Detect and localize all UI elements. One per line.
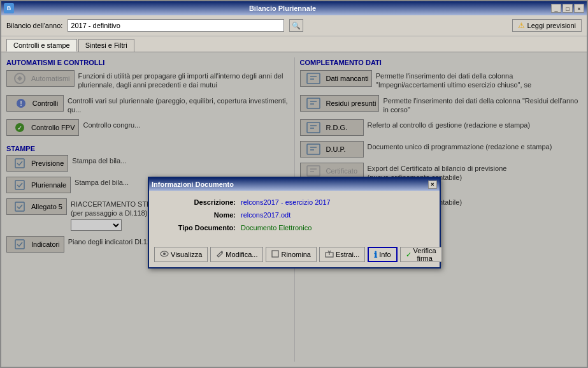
- maximize-button[interactable]: □: [563, 4, 573, 13]
- warning-icon: ⚠: [518, 21, 525, 30]
- info-button[interactable]: ℹ Info: [368, 247, 397, 262]
- app-icon: B: [4, 3, 14, 13]
- modifica-icon: [216, 250, 224, 259]
- modifica-label: Modifica...: [226, 251, 257, 258]
- dialog-content: Descrizione: relcons2017 - esercizio 201…: [149, 191, 440, 244]
- modifica-button[interactable]: Modifica...: [210, 247, 263, 262]
- info-icon: ℹ: [374, 250, 377, 260]
- dialog-tipo-row: Tipo Documento: Documento Elettronico: [159, 224, 429, 232]
- visualizza-icon: [160, 250, 169, 259]
- verifica-firma-button[interactable]: ✓ Verifica firma: [400, 247, 442, 262]
- content-area: AUTOMATISMI E CONTROLLI Automatismi Funz…: [1, 52, 587, 367]
- dialog-title-bar: Informazioni Documento ×: [149, 178, 440, 191]
- descrizione-label: Descrizione:: [159, 198, 236, 206]
- nome-value: relcons2017.odt: [241, 211, 290, 219]
- year-input[interactable]: [68, 19, 284, 32]
- title-bar-left: B: [4, 3, 14, 13]
- rinomina-label: Rinomina: [281, 251, 310, 258]
- minimize-button[interactable]: _: [551, 4, 561, 13]
- top-bar: Bilancio dell'anno: 🔍 ⚠ Leggi previsioni: [1, 15, 587, 36]
- tipo-label: Tipo Documento:: [159, 224, 236, 232]
- descrizione-value: relcons2017 - esercizio 2017: [241, 198, 331, 206]
- nome-label: Nome:: [159, 211, 236, 219]
- dialog-descrizione-row: Descrizione: relcons2017 - esercizio 201…: [159, 198, 429, 206]
- title-bar-controls: _ □ ×: [551, 4, 584, 13]
- window-title: Bilancio Pluriennale: [14, 4, 551, 12]
- dialog-title: Informazioni Documento: [152, 180, 234, 188]
- estrai-icon: [325, 250, 334, 259]
- close-button[interactable]: ×: [574, 4, 584, 13]
- verifica-firma-label: Verifica firma: [413, 247, 436, 262]
- rinomina-icon: [271, 250, 279, 259]
- informazioni-dialog: Informazioni Documento × Descrizione: re…: [148, 177, 441, 269]
- dialog-buttons: Visualizza Modifica... Rinomina: [149, 244, 440, 267]
- tipo-value: Documento Elettronico: [241, 224, 312, 232]
- dialog-close-button[interactable]: ×: [428, 180, 437, 189]
- leggi-previsioni-button[interactable]: ⚠ Leggi previsioni: [512, 19, 582, 32]
- info-label: Info: [379, 251, 391, 258]
- estrai-label: Estrai...: [336, 251, 359, 258]
- leggi-previsioni-label: Leggi previsioni: [527, 22, 576, 29]
- tabs-bar: Controlli e stampe Sintesi e Filtri: [1, 36, 587, 52]
- tab-sintesi[interactable]: Sintesi e Filtri: [78, 39, 134, 52]
- year-label: Bilancio dell'anno:: [6, 22, 62, 29]
- visualizza-button[interactable]: Visualizza: [154, 247, 208, 262]
- main-window: B Bilancio Pluriennale _ □ × Bilancio de…: [0, 0, 588, 368]
- visualizza-label: Visualizza: [171, 251, 202, 258]
- title-bar: B Bilancio Pluriennale _ □ ×: [1, 1, 587, 15]
- svg-point-28: [163, 253, 166, 255]
- rinomina-button[interactable]: Rinomina: [266, 247, 316, 262]
- tab-controlli[interactable]: Controlli e stampe: [6, 39, 77, 52]
- svg-rect-29: [272, 251, 278, 257]
- dialog-nome-row: Nome: relcons2017.odt: [159, 211, 429, 219]
- search-button[interactable]: 🔍: [289, 19, 303, 32]
- estrai-button[interactable]: Estrai...: [319, 247, 365, 262]
- verifica-firma-icon: ✓: [406, 251, 412, 259]
